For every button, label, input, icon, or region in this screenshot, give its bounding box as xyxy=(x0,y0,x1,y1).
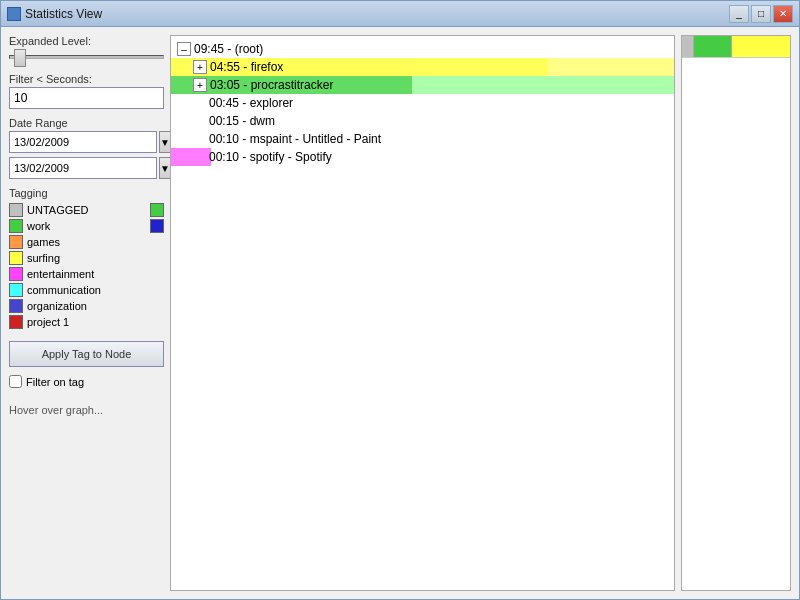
window-title: Statistics View xyxy=(25,7,102,21)
tag-name-surfing: surfing xyxy=(27,252,60,264)
tag-name-organization: organization xyxy=(27,300,87,312)
date-range-section: Date Range ▼ ▼ xyxy=(9,117,164,179)
tree-label-root: 09:45 - (root) xyxy=(194,42,263,56)
expanded-level-section: Expanded Level: xyxy=(9,35,164,65)
slider-container xyxy=(9,49,164,65)
window-body: Expanded Level: Filter < Seconds: Date R… xyxy=(1,27,799,599)
tag-row-organization: organization xyxy=(9,299,164,313)
graph-panel xyxy=(681,35,791,591)
tag-button-green[interactable] xyxy=(150,203,164,217)
graph-seg-green xyxy=(694,36,732,57)
maximize-button[interactable]: □ xyxy=(751,5,771,23)
tree-label-firefox: 04:55 - firefox xyxy=(210,60,283,74)
date-start-row: ▼ xyxy=(9,131,164,153)
tag-color-surfing[interactable] xyxy=(9,251,23,265)
statistics-view-window: Statistics View _ □ ✕ Expanded Level: Fi… xyxy=(0,0,800,600)
tag-row-communication: communication xyxy=(9,283,164,297)
tag-color-organization[interactable] xyxy=(9,299,23,313)
tree-item-dwm[interactable]: 00:15 - dwm xyxy=(171,112,674,130)
hover-text: Hover over graph... xyxy=(9,404,164,416)
tagging-section: Tagging UNTAGGED work games xyxy=(9,187,164,329)
tree-label-spotify: 00:10 - spotify - Spotify xyxy=(209,150,332,164)
tagging-label: Tagging xyxy=(9,187,164,199)
tag-name-games: games xyxy=(27,236,60,248)
minimize-button[interactable]: _ xyxy=(729,5,749,23)
tree-label-mspaint: 00:10 - mspaint - Untitled - Paint xyxy=(209,132,381,146)
tag-button-blue[interactable] xyxy=(150,219,164,233)
tag-name-communication: communication xyxy=(27,284,101,296)
tag-color-games[interactable] xyxy=(9,235,23,249)
tree-item-root[interactable]: – 09:45 - (root) xyxy=(171,40,674,58)
date-start-input[interactable] xyxy=(9,131,157,153)
tag-color-entertainment[interactable] xyxy=(9,267,23,281)
tree-label-procrastitracker: 03:05 - procrastitracker xyxy=(210,78,333,92)
tree-item-explorer[interactable]: 00:45 - explorer xyxy=(171,94,674,112)
slider-track xyxy=(9,55,164,59)
tag-color-untagged[interactable] xyxy=(9,203,23,217)
filter-on-tag-row: Filter on tag xyxy=(9,375,164,388)
tag-row-work: work xyxy=(9,219,164,233)
filter-seconds-section: Filter < Seconds: xyxy=(9,73,164,109)
graph-empty xyxy=(682,58,790,590)
date-range-label: Date Range xyxy=(9,117,164,129)
slider-thumb[interactable] xyxy=(14,49,26,67)
date-end-row: ▼ xyxy=(9,157,164,179)
apply-tag-button[interactable]: Apply Tag to Node xyxy=(9,341,164,367)
tree-item-firefox[interactable]: + 04:55 - firefox xyxy=(171,58,674,76)
filter-seconds-label: Filter < Seconds: xyxy=(9,73,164,85)
close-button[interactable]: ✕ xyxy=(773,5,793,23)
tag-row-project1: project 1 xyxy=(9,315,164,329)
graph-seg-gray xyxy=(682,36,694,57)
app-icon xyxy=(7,7,21,21)
tag-row-surfing: surfing xyxy=(9,251,164,265)
expanded-level-label: Expanded Level: xyxy=(9,35,164,47)
expander-procrastitracker[interactable]: + xyxy=(193,78,207,92)
tag-color-work[interactable] xyxy=(9,219,23,233)
titlebar-buttons: _ □ ✕ xyxy=(729,5,793,23)
tree-item-procrastitracker[interactable]: + 03:05 - procrastitracker xyxy=(171,76,674,94)
tag-name-untagged: UNTAGGED xyxy=(27,204,89,216)
tree-label-explorer: 00:45 - explorer xyxy=(209,96,293,110)
tag-color-project1[interactable] xyxy=(9,315,23,329)
left-panel: Expanded Level: Filter < Seconds: Date R… xyxy=(9,35,164,591)
right-section: – 09:45 - (root) + 04:55 - firefox + 03:… xyxy=(170,35,791,591)
tag-name-work: work xyxy=(27,220,50,232)
tag-name-project1: project 1 xyxy=(27,316,69,328)
filter-seconds-input[interactable] xyxy=(9,87,164,109)
tree-item-spotify[interactable]: 00:10 - spotify - Spotify xyxy=(171,148,674,166)
tag-row-untagged: UNTAGGED xyxy=(9,203,164,217)
date-end-input[interactable] xyxy=(9,157,157,179)
titlebar: Statistics View _ □ ✕ xyxy=(1,1,799,27)
titlebar-left: Statistics View xyxy=(7,7,102,21)
graph-seg-yellow xyxy=(732,36,790,57)
tree-panel[interactable]: – 09:45 - (root) + 04:55 - firefox + 03:… xyxy=(170,35,675,591)
expander-firefox[interactable]: + xyxy=(193,60,207,74)
expander-root[interactable]: – xyxy=(177,42,191,56)
filter-on-tag-label: Filter on tag xyxy=(26,376,84,388)
tree-item-mspaint[interactable]: 00:10 - mspaint - Untitled - Paint xyxy=(171,130,674,148)
tag-name-entertainment: entertainment xyxy=(27,268,94,280)
tag-row-games: games xyxy=(9,235,164,249)
graph-top-bar xyxy=(682,36,790,58)
tree-label-dwm: 00:15 - dwm xyxy=(209,114,275,128)
filter-on-tag-checkbox[interactable] xyxy=(9,375,22,388)
tag-color-communication[interactable] xyxy=(9,283,23,297)
tag-row-entertainment: entertainment xyxy=(9,267,164,281)
